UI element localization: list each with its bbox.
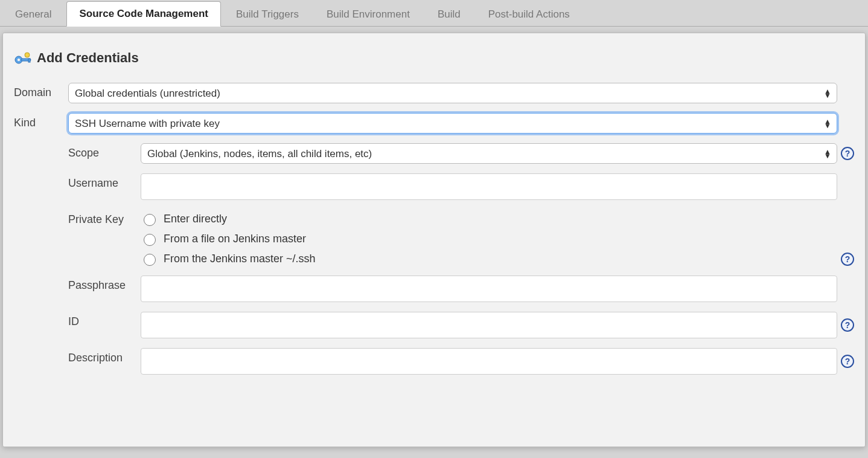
add-credentials-modal: Add Credentials Domain Global credential… <box>2 33 866 447</box>
label-id: ID <box>68 312 141 328</box>
row-private-key: Private Key Enter directly From a file o… <box>68 210 854 266</box>
help-icon[interactable]: ? <box>841 253 854 266</box>
config-tabs: General Source Code Management Build Tri… <box>0 0 868 27</box>
radio-from-file-row[interactable]: From a file on Jenkins master <box>141 232 854 246</box>
input-id[interactable] <box>141 312 837 338</box>
radio-label: From the Jenkins master ~/.ssh <box>164 253 316 265</box>
tab-build-triggers[interactable]: Build Triggers <box>223 2 311 27</box>
radio-from-ssh[interactable] <box>144 254 156 266</box>
key-icon <box>14 51 32 65</box>
radio-from-ssh-row[interactable]: From the Jenkins master ~/.ssh ? <box>141 252 854 266</box>
tab-post-build-actions[interactable]: Post-build Actions <box>476 2 582 27</box>
label-kind: Kind <box>14 113 68 129</box>
row-scope: Scope Global (Jenkins, nodes, items, all… <box>68 143 854 164</box>
radio-enter-directly-row[interactable]: Enter directly <box>141 212 854 226</box>
kind-subfields: Scope Global (Jenkins, nodes, items, all… <box>14 143 854 375</box>
help-placeholder <box>841 282 854 295</box>
row-id: ID ? <box>68 312 854 338</box>
tab-source-code-management[interactable]: Source Code Management <box>66 1 221 27</box>
svg-point-2 <box>18 59 20 61</box>
tab-general[interactable]: General <box>2 2 64 27</box>
help-icon[interactable]: ? <box>841 147 854 160</box>
radio-label: From a file on Jenkins master <box>164 233 306 245</box>
select-domain[interactable]: Global credentials (unrestricted) <box>68 83 837 103</box>
modal-title-row: Add Credentials <box>14 50 854 66</box>
svg-point-0 <box>25 53 30 57</box>
label-private-key: Private Key <box>68 210 141 226</box>
help-placeholder <box>841 117 854 130</box>
private-key-radio-group: Enter directly From a file on Jenkins ma… <box>141 210 854 266</box>
tab-build[interactable]: Build <box>425 2 473 27</box>
label-passphrase: Passphrase <box>68 276 141 292</box>
label-username: Username <box>68 173 141 190</box>
select-scope[interactable]: Global (Jenkins, nodes, items, all child… <box>141 143 837 164</box>
help-icon[interactable]: ? <box>841 355 854 368</box>
help-placeholder <box>841 180 854 193</box>
select-kind[interactable]: SSH Username with private key <box>68 113 837 134</box>
modal-title: Add Credentials <box>37 50 139 66</box>
help-placeholder <box>841 86 854 100</box>
input-description[interactable] <box>141 348 837 375</box>
label-scope: Scope <box>68 143 141 160</box>
tab-build-environment[interactable]: Build Environment <box>314 2 423 27</box>
input-username[interactable] <box>141 173 837 200</box>
row-username: Username <box>68 173 854 200</box>
svg-rect-4 <box>28 59 30 62</box>
row-passphrase: Passphrase <box>68 276 854 302</box>
radio-label: Enter directly <box>164 213 227 225</box>
row-kind: Kind SSH Username with private key ▲▼ <box>14 113 854 134</box>
row-domain: Domain Global credentials (unrestricted)… <box>14 83 854 103</box>
label-description: Description <box>68 348 141 364</box>
help-icon[interactable]: ? <box>841 318 854 332</box>
modal-backdrop: Add Credentials Domain Global credential… <box>0 27 868 458</box>
label-domain: Domain <box>14 83 68 99</box>
radio-enter-directly[interactable] <box>144 214 156 226</box>
input-passphrase[interactable] <box>141 276 837 302</box>
row-description: Description ? <box>68 348 854 375</box>
radio-from-file[interactable] <box>144 234 156 246</box>
